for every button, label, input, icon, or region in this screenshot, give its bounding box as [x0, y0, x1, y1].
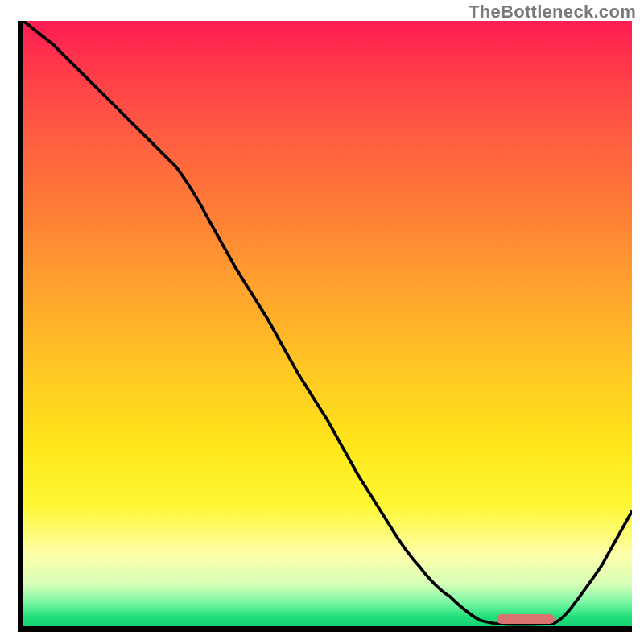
- plot-area: [23, 21, 632, 626]
- plot-frame: [18, 21, 632, 632]
- bottleneck-curve: [23, 21, 632, 626]
- watermark-label: TheBottleneck.com: [469, 2, 636, 23]
- optimal-range-marker: [497, 614, 555, 624]
- chart-container: TheBottleneck.com: [0, 0, 644, 644]
